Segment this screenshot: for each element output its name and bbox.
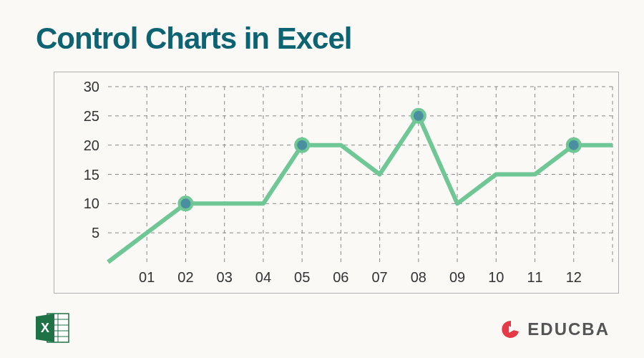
brand-mark-icon	[500, 319, 522, 340]
y-tick-label: 20	[84, 137, 99, 153]
y-tick-label: 15	[84, 167, 99, 183]
y-tick-label: 10	[84, 195, 99, 211]
x-tick-label: 03	[217, 269, 233, 285]
brand-logo: EDUCBA	[500, 319, 610, 340]
x-tick-label: 07	[371, 269, 387, 285]
data-marker	[179, 197, 192, 210]
x-tick-label: 04	[255, 269, 271, 285]
excel-icon: X	[34, 311, 70, 345]
data-marker	[296, 139, 308, 152]
control-chart: 51015202530 010203040506070809101112	[54, 72, 619, 294]
x-tick-label: 12	[566, 269, 582, 285]
data-marker	[567, 139, 580, 152]
x-tick-label: 10	[488, 269, 504, 285]
x-tick-label: 08	[411, 269, 426, 285]
page-title: Control Charts in Excel	[36, 21, 351, 56]
chart-svg: 51015202530 010203040506070809101112	[54, 72, 620, 294]
brand-name: EDUCBA	[527, 319, 610, 339]
data-line	[108, 116, 613, 262]
x-tick-label: 05	[294, 269, 310, 285]
svg-text:X: X	[41, 321, 49, 335]
y-tick-label: 25	[84, 108, 99, 124]
data-marker	[412, 110, 425, 122]
x-tick-label: 11	[527, 269, 542, 285]
x-tick-label: 06	[333, 269, 348, 285]
y-tick-label: 30	[84, 79, 99, 95]
x-tick-label: 01	[139, 269, 155, 285]
y-tick-label: 5	[92, 225, 99, 241]
x-tick-label: 02	[177, 269, 193, 285]
x-tick-label: 09	[449, 269, 465, 285]
